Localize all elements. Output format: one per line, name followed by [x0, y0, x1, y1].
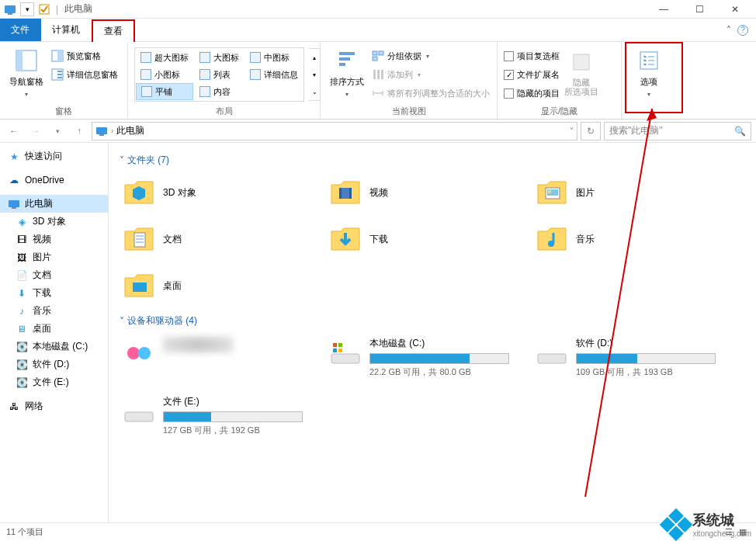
svg-rect-8 — [57, 71, 62, 72]
app-icon — [123, 337, 155, 369]
add-columns-button[interactable]: 添加列▾ — [372, 67, 490, 82]
sidebar-onedrive[interactable]: ☁OneDrive — [0, 172, 108, 189]
up-button[interactable]: ↑ — [70, 122, 88, 140]
sort-by-button[interactable]: 排序方式 ▾ — [327, 45, 367, 101]
sidebar-network[interactable]: 🖧网络 — [0, 397, 108, 415]
sidebar-quick-access[interactable]: ★快速访问 — [0, 147, 108, 165]
layout-large[interactable]: 大图标 — [195, 49, 244, 66]
group-by-button[interactable]: 分组依据▾ — [372, 48, 490, 64]
ribbon-tabs: 文件 计算机 查看 ˄ ? — [0, 19, 756, 42]
svg-rect-25 — [12, 207, 16, 209]
layout-group-label: 布局 — [134, 104, 314, 117]
chevron-down-icon: ▾ — [345, 91, 349, 98]
options-button[interactable]: 选项 ▾ — [629, 45, 669, 101]
folder-documents[interactable]: 文档 — [120, 220, 321, 258]
layout-small[interactable]: 小图标 — [136, 66, 193, 83]
drive-item-d[interactable]: 软件 (D:) 109 GB 可用，共 193 GB — [532, 334, 734, 381]
svg-point-40 — [138, 347, 151, 359]
music-icon: ♪ — [16, 305, 28, 317]
qat-dropdown-icon[interactable]: ▾ — [20, 2, 34, 16]
drive-item-0[interactable] — [120, 334, 321, 381]
minimize-button[interactable]: — — [646, 0, 681, 19]
chevron-down-icon[interactable]: ˅ — [570, 127, 574, 135]
drive-item-c[interactable]: 本地磁盘 (C:) 22.2 GB 可用，共 80.0 GB — [326, 334, 528, 381]
hide-selected-button[interactable]: 隐藏 所选项目 — [564, 45, 598, 101]
gallery-up-icon[interactable]: ▴ — [309, 49, 320, 66]
sidebar-item-drive-d[interactable]: 💽软件 (D:) — [0, 355, 108, 373]
sidebar-item-downloads[interactable]: ⬇下载 — [0, 284, 108, 302]
details-pane-label: 详细信息窗格 — [67, 69, 118, 81]
maximize-button[interactable]: ☐ — [681, 0, 717, 19]
star-icon: ★ — [8, 151, 20, 163]
forward-button[interactable]: → — [26, 122, 45, 140]
status-bar: 11 个项目 ☰ ▦ — [0, 522, 756, 541]
watermark-brand: 系统城 — [692, 512, 734, 528]
sidebar-item-3d[interactable]: ◈3D 对象 — [0, 213, 108, 231]
drive-icon: 💽 — [16, 359, 28, 371]
folder-icon — [123, 176, 155, 209]
folder-pictures[interactable]: 图片 — [532, 173, 734, 212]
sidebar-item-music[interactable]: ♪音乐 — [0, 302, 108, 320]
layout-details[interactable]: 详细信息 — [245, 66, 303, 83]
layout-extra-large[interactable]: 超大图标 — [136, 49, 193, 66]
tab-view[interactable]: 查看 — [92, 19, 135, 42]
tab-computer[interactable]: 计算机 — [41, 19, 92, 41]
layout-tiles[interactable]: 平铺 — [136, 83, 193, 100]
group-header-folders[interactable]: ˅文件夹 (7) — [120, 154, 745, 167]
svg-rect-12 — [339, 57, 350, 61]
help-icon[interactable]: ? — [737, 25, 748, 36]
drive-icon — [123, 395, 155, 428]
usage-bar — [576, 353, 716, 364]
breadcrumb-item[interactable]: 此电脑 — [116, 124, 144, 137]
refresh-button[interactable]: ↻ — [581, 122, 601, 140]
back-button[interactable]: ← — [5, 122, 23, 140]
svg-rect-15 — [379, 51, 383, 55]
recent-locations-button[interactable]: ▾ — [48, 122, 67, 140]
address-bar[interactable]: › 此电脑 ˅ — [92, 122, 577, 140]
size-all-columns-button[interactable]: 将所有列调整为合适的大小 — [372, 85, 490, 101]
layout-list[interactable]: 列表 — [195, 66, 244, 83]
sidebar-item-drive-e[interactable]: 💽文件 (E:) — [0, 373, 108, 391]
layout-content[interactable]: 内容 — [195, 83, 244, 100]
details-pane-button[interactable]: 详细信息窗格 — [51, 67, 118, 82]
close-button[interactable]: ✕ — [717, 0, 753, 19]
svg-point-39 — [127, 347, 140, 359]
svg-rect-14 — [373, 51, 377, 55]
svg-rect-44 — [338, 343, 342, 347]
file-extensions-toggle[interactable]: 文件扩展名 — [504, 67, 560, 82]
folder-downloads[interactable]: 下载 — [326, 220, 528, 258]
group-header-drives[interactable]: ˅设备和驱动器 (4) — [120, 314, 745, 328]
folder-3d-objects[interactable]: 3D 对象 — [120, 173, 321, 212]
gallery-more-icon[interactable]: ⌄ — [309, 83, 320, 100]
svg-rect-43 — [333, 343, 337, 347]
folder-desktop[interactable]: 桌面 — [120, 266, 321, 305]
tab-file[interactable]: 文件 — [0, 19, 41, 41]
folder-music[interactable]: 音乐 — [532, 220, 734, 258]
navigation-pane-button[interactable]: 导航窗格 ▾ — [6, 45, 47, 101]
window-controls: — ☐ ✕ — [646, 0, 753, 19]
title-bar: ▾ | 此电脑 — ☐ ✕ — [0, 0, 756, 19]
navigation-tree[interactable]: ★快速访问 ☁OneDrive 此电脑 ◈3D 对象 🎞视频 🖼图片 📄文档 ⬇… — [0, 143, 109, 522]
folder-videos[interactable]: 视频 — [326, 173, 528, 212]
preview-pane-button[interactable]: 预览窗格 — [51, 48, 118, 64]
sidebar-item-documents[interactable]: 📄文档 — [0, 266, 108, 284]
sidebar-item-videos[interactable]: 🎞视频 — [0, 231, 108, 248]
ribbon-group-panes: 导航窗格 ▾ 预览窗格 详细信息窗格 窗格 — [0, 42, 128, 119]
svg-rect-29 — [349, 188, 352, 199]
gallery-down-icon[interactable]: ▾ — [309, 66, 320, 83]
search-input[interactable]: 搜索"此电脑" 🔍 — [604, 122, 751, 140]
qat-checkbox-icon[interactable] — [37, 2, 51, 16]
layout-medium[interactable]: 中图标 — [245, 49, 303, 66]
items-view[interactable]: ˅文件夹 (7) 3D 对象 视频 图片 文档 下载 音乐 桌面 ˅设备和驱动器… — [109, 143, 756, 522]
sidebar-item-pictures[interactable]: 🖼图片 — [0, 248, 108, 266]
hidden-items-toggle[interactable]: 隐藏的项目 — [504, 85, 560, 101]
nav-pane-label: 导航窗格 — [9, 76, 43, 88]
usage-bar — [369, 353, 509, 364]
sidebar-item-desktop[interactable]: 🖥桌面 — [0, 320, 108, 338]
item-checkboxes-toggle[interactable]: 项目复选框 — [504, 48, 560, 64]
sidebar-item-drive-c[interactable]: 💽本地磁盘 (C:) — [0, 338, 108, 355]
ribbon-collapse[interactable]: ˄ ? — [719, 19, 756, 41]
drive-item-e[interactable]: 文件 (E:) 127 GB 可用，共 192 GB — [120, 392, 321, 439]
layout-gallery[interactable]: 超大图标 大图标 中图标 小图标 列表 详细信息 平铺 内容 — [134, 47, 304, 102]
sidebar-this-pc[interactable]: 此电脑 — [0, 195, 108, 213]
